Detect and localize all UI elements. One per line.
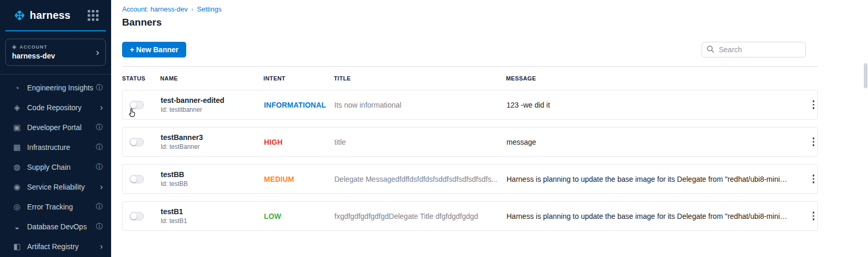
intent-badge: MEDIUM (264, 175, 294, 183)
row-menu-button[interactable] (810, 172, 818, 186)
sidebar-item-developer-portal[interactable]: ▣ Developer Portal ⓘ (0, 118, 111, 137)
engineering-insights-icon: ◔ (13, 84, 21, 92)
status-toggle[interactable] (129, 212, 144, 220)
page-title: Banners (122, 17, 818, 28)
info-icon[interactable]: ⓘ (96, 162, 103, 172)
service-reliability-icon: ◉ (13, 182, 21, 192)
status-toggle[interactable] (129, 138, 144, 146)
column-header-name: NAME (160, 75, 263, 81)
chevron-right-icon: › (100, 242, 103, 251)
account-name: harness-dev (12, 52, 99, 60)
sidebar-item-infrastructure[interactable]: ▦ Infrastructure ⓘ (0, 137, 111, 157)
mouse-cursor-hand-icon (127, 108, 137, 121)
intent-badge: INFORMATIONAL (264, 101, 326, 109)
banner-title: Its now informational (334, 101, 507, 109)
breadcrumb-account-link[interactable]: Account: harness-dev (122, 5, 188, 13)
scrollbar-thumb[interactable] (864, 63, 867, 88)
banner-message: Harness is planning to update the base i… (507, 175, 800, 183)
sidebar-item-database-devops[interactable]: ◒ Database DevOps ⓘ (0, 217, 111, 237)
breadcrumb-separator: › (191, 6, 194, 13)
column-header-title: TITLE (334, 75, 506, 81)
error-tracking-icon: ◎ (13, 202, 21, 212)
intent-badge: HIGH (264, 138, 283, 146)
table-row: testBanner3 Id: testBanner HIGH title me… (122, 127, 818, 157)
app-launcher-icon[interactable] (88, 10, 99, 21)
table-header: STATUS NAME INTENT TITLE MESSAGE (122, 67, 818, 90)
developer-portal-icon: ▣ (13, 123, 21, 132)
banner-message: message (507, 138, 800, 146)
intent-badge: LOW (264, 212, 281, 220)
breadcrumb: Account: harness-dev › Settings (122, 5, 818, 13)
sidebar-item-artifact-registry[interactable]: ◧ Artifact Registry › (0, 237, 111, 256)
search-icon (706, 45, 715, 55)
account-selector[interactable]: ◈ ACCOUNT harness-dev › (5, 39, 106, 66)
sidebar-item-service-reliability[interactable]: ◉ Service Reliability › (0, 177, 111, 197)
code-repository-icon: ◈ (13, 103, 21, 112)
banner-name: testB1 (161, 207, 264, 216)
main-area: Account: harness-dev › Settings Banners … (111, 0, 868, 257)
info-icon[interactable]: ⓘ (96, 123, 103, 132)
infrastructure-icon: ▦ (13, 143, 21, 152)
table-row: testB1 Id: testB1 LOW fxgdfgdfgdfgdfgdDe… (122, 201, 818, 231)
banner-title: title (334, 138, 507, 146)
search-box (702, 42, 806, 57)
banner-id: Id: testBB (161, 180, 264, 188)
sidebar-item-supply-chain[interactable]: ◍ Supply Chain ⓘ (0, 157, 111, 177)
chevron-right-icon: › (100, 182, 103, 192)
table-row: testBB Id: testBB MEDIUM Delegate Messag… (122, 164, 818, 194)
harness-app: harness ◈ ACCOUNT harness-dev › ◔ Engine… (0, 0, 868, 257)
account-icon: ◈ (12, 44, 16, 50)
info-icon[interactable]: ⓘ (96, 83, 103, 92)
sidebar-nav: ◔ Engineering Insights ⓘ ◈ Code Reposito… (0, 74, 111, 256)
banner-id: Id: testB1 (161, 217, 264, 225)
toolbar: + New Banner (122, 32, 818, 67)
banner-message: Harness is planning to update the base i… (507, 212, 800, 220)
row-menu-button[interactable] (810, 135, 818, 149)
column-header-message: MESSAGE (506, 75, 800, 81)
info-icon[interactable]: ⓘ (96, 222, 103, 231)
harness-logo-icon (13, 8, 27, 22)
new-banner-button[interactable]: + New Banner (122, 42, 186, 57)
artifact-registry-icon: ◧ (13, 242, 21, 251)
info-icon[interactable]: ⓘ (96, 143, 103, 152)
info-icon[interactable]: ⓘ (96, 202, 103, 212)
supply-chain-icon: ◍ (13, 162, 21, 172)
banner-name: test-banner-edited (161, 96, 264, 104)
status-toggle[interactable] (129, 175, 144, 183)
column-header-status: STATUS (122, 75, 160, 81)
banner-name: testBB (161, 170, 264, 179)
breadcrumb-settings-link[interactable]: Settings (197, 5, 222, 13)
banner-title: fxgdfgdfgdfgdfgdDelegate Title dfgfdgdfg… (334, 212, 507, 220)
chevron-right-icon: › (96, 47, 99, 58)
banner-name: testBanner3 (161, 133, 264, 142)
sidebar-item-engineering-insights[interactable]: ◔ Engineering Insights ⓘ (0, 78, 111, 98)
sidebar-item-error-tracking[interactable]: ◎ Error Tracking ⓘ (0, 197, 111, 217)
sidebar: harness ◈ ACCOUNT harness-dev › ◔ Engine… (0, 0, 111, 257)
search-input[interactable] (702, 42, 806, 57)
row-menu-button[interactable] (810, 98, 818, 112)
banner-id: Id: testitbanner (161, 106, 264, 113)
sidebar-header: harness (5, 0, 106, 31)
database-devops-icon: ◒ (13, 223, 21, 231)
status-toggle[interactable] (129, 101, 144, 109)
banner-message: 123 -we did it (507, 101, 800, 109)
logo-text: harness (30, 9, 88, 21)
banner-id: Id: testBanner (161, 143, 264, 150)
row-menu-button[interactable] (810, 209, 818, 223)
banner-title: Delegate Messagedfdffdsfdfdsfsddfsdfsdfs… (334, 175, 507, 183)
page-header: Account: harness-dev › Settings Banners (122, 0, 818, 32)
table-row: test-banner-edited Id: testitbanner INFO… (122, 90, 818, 120)
account-label: ACCOUNT (19, 44, 47, 50)
sidebar-item-code-repository[interactable]: ◈ Code Repository › (0, 98, 111, 118)
chevron-right-icon: › (100, 103, 103, 112)
column-header-intent: INTENT (263, 75, 334, 81)
